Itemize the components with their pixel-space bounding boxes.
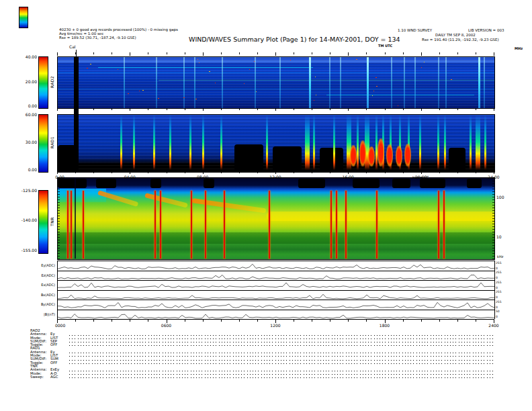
hour-tick: [476, 52, 476, 54]
dotted-leader: [69, 360, 494, 361]
hour-tick: [348, 52, 349, 56]
noise-speck: [249, 69, 250, 70]
bottom-axis-label: 1200: [270, 323, 280, 328]
hour-tick: [185, 171, 185, 173]
noise-speck: [421, 67, 422, 68]
type-iii-burst: [156, 57, 157, 108]
tnr-spike: [191, 191, 192, 259]
survey-version-label: 1.10 WND SURVEY: [398, 28, 432, 32]
time-axis-label: 16:00: [343, 175, 354, 179]
noise-speck: [197, 59, 198, 60]
radio-burst: [266, 115, 268, 172]
hour-tick: [421, 52, 422, 56]
dotted-leader: [69, 342, 494, 342]
tnr-spike: [205, 191, 206, 259]
type-iii-burst: [478, 57, 480, 108]
tnr-spike: [67, 191, 69, 259]
hour-tick: [239, 320, 240, 322]
hour-tick: [348, 320, 349, 322]
hour-tick: [494, 171, 494, 174]
hour-tick: [385, 171, 386, 173]
hour-tick: [93, 171, 94, 173]
strip-right-min: 0: [496, 295, 498, 299]
hour-tick: [57, 171, 58, 174]
rad2-colorbar: [38, 56, 48, 109]
yellow-band: [267, 212, 494, 221]
intense-red-blob: [378, 138, 384, 167]
hour-tick: [312, 52, 312, 54]
noise-speck: [398, 105, 398, 106]
tnr-spike: [154, 191, 156, 259]
hour-tick: [312, 320, 312, 322]
noise-speck: [128, 93, 129, 94]
hour-tick: [366, 320, 367, 322]
rad2-spectrogram: [57, 56, 495, 109]
strip-trace: [58, 301, 494, 310]
hour-tick: [257, 171, 258, 173]
hour-tick: [439, 52, 440, 54]
hour-tick: [221, 171, 222, 173]
strip-right-min: 0: [496, 267, 498, 270]
type-iii-burst: [309, 57, 311, 108]
time-axis-sublabel: hhmm UT: [412, 176, 429, 180]
strip-right-max: 255: [496, 281, 502, 284]
rad1-colorbar: [38, 114, 48, 173]
type-iii-burst: [279, 57, 281, 108]
type-iii-burst: [391, 57, 392, 108]
radio-burst: [444, 115, 446, 172]
absorption-region: [449, 148, 465, 172]
tnr-spike: [224, 191, 225, 259]
rad1-colorbar-min: 0.00: [15, 167, 37, 172]
radio-burst: [189, 115, 191, 172]
hour-tick: [185, 320, 185, 322]
rad2-colorbar-mid: 20.00: [15, 79, 37, 84]
noise-speck: [372, 95, 373, 96]
hour-tick: [294, 320, 294, 322]
hour-tick: [348, 171, 349, 174]
time-axis-label: 12:00: [269, 175, 281, 179]
type-iii-burst: [367, 57, 369, 108]
hour-tick: [312, 171, 312, 173]
type-iii-burst: [445, 57, 447, 108]
dotted-leader: [69, 356, 494, 357]
time-axis-label: 08:00: [197, 175, 208, 179]
strip-right-max: 255: [496, 261, 502, 265]
tnr-spike: [330, 191, 332, 259]
hour-tick: [457, 320, 458, 322]
time-axis-label: 24:00: [488, 175, 499, 179]
noise-speck: [356, 59, 357, 60]
strip-label: By(ADC): [30, 302, 55, 306]
intense-red-blob: [350, 145, 357, 167]
hour-tick: [221, 52, 222, 54]
hour-tick: [330, 171, 330, 173]
strip-trace: [58, 262, 494, 271]
hour-tick: [185, 52, 185, 54]
radio-burst: [153, 115, 155, 172]
hour-tick: [203, 52, 204, 56]
hour-tick: [330, 52, 330, 54]
strip-trace: [58, 311, 494, 320]
dotted-leader: [69, 338, 494, 339]
strip-trace: [58, 281, 494, 291]
bottom-axis-label: 2400: [488, 323, 498, 328]
header-left: 40230 + 0 good avg records processed (10…: [59, 28, 178, 40]
rse-end-line: Rse = 191.40 (11.29, -192.32, -9.23 GSE): [422, 38, 499, 42]
hour-tick: [130, 171, 130, 174]
tnr-left-ticks: [58, 178, 60, 259]
tnr-spike: [443, 191, 445, 259]
khz-unit-label: kHz: [497, 255, 503, 259]
hour-tick: [257, 52, 258, 54]
noise-speck: [375, 77, 377, 78]
strip-chart: [58, 290, 494, 301]
hour-tick: [203, 320, 204, 322]
rfi-line: [326, 95, 474, 95]
tnr-freq-100: 100: [496, 195, 504, 200]
dotted-leader: [69, 363, 494, 364]
hour-tick: [366, 171, 367, 173]
noise-speck: [254, 61, 255, 62]
rad2-colorbar-max: 40.00: [15, 54, 37, 59]
mhz-unit-label: MHz: [515, 47, 523, 51]
hour-tick: [494, 320, 494, 323]
strip-trace: [58, 291, 494, 301]
type-iii-burst: [438, 57, 439, 108]
